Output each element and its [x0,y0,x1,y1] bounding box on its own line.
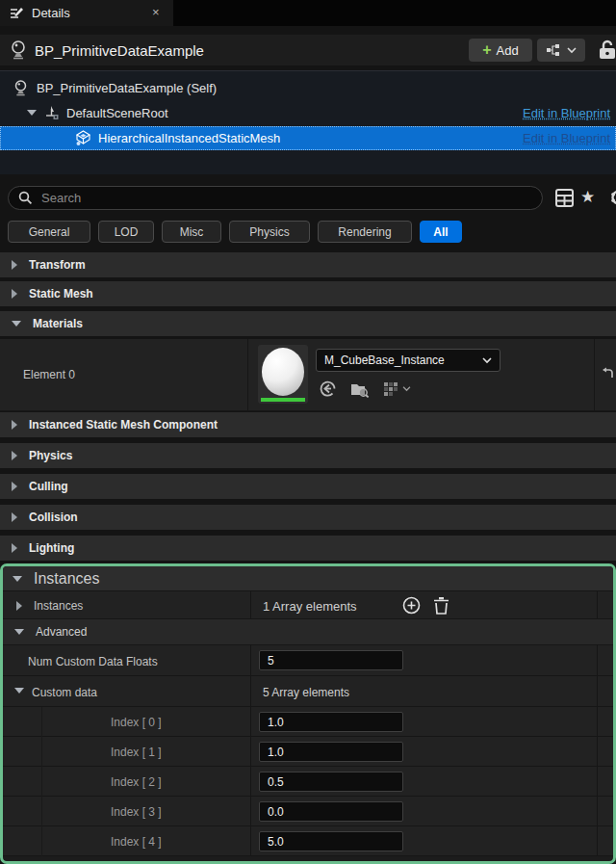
category-label: Instances [34,570,99,588]
details-panel: Details × BP_PrimitiveDataExample + Add [0,0,616,864]
expander-right-icon[interactable] [16,601,22,611]
category-materials[interactable]: Materials [0,311,616,338]
num-custom-data-floats-input[interactable] [260,652,393,668]
expander-right-icon [12,451,17,460]
favorites-star-icon[interactable]: ★ [580,187,595,207]
component-tree: BP_PrimitiveDataExample (Self) DefaultSc… [0,70,616,174]
filter-button-row: General LOD Misc Physics Rendering All [8,221,462,243]
subcategory-advanced[interactable]: Advanced [3,619,613,645]
tree-row-label: HierarchicalInstancedStaticMesh [98,131,280,145]
column-splitter[interactable] [250,797,251,825]
convert-pattern-icon[interactable] [383,381,411,397]
expander-right-icon [12,420,17,430]
column-splitter[interactable] [250,767,251,796]
category-ismc[interactable]: Instanced Static Mesh Component [0,412,616,439]
display-settings-icon[interactable] [555,189,574,207]
column-splitter[interactable] [250,591,251,618]
index-0-input[interactable] [260,714,393,729]
search-bar[interactable] [8,186,543,210]
lock-icon[interactable] [597,39,616,62]
index-1-label: Index [ 1 ] [111,746,162,759]
column-splitter[interactable] [250,676,251,706]
category-culling[interactable]: Culling [0,474,616,501]
index-1-input[interactable] [260,744,393,759]
use-selected-asset-icon[interactable] [319,380,337,398]
search-input[interactable] [39,190,476,206]
index-4-row: Index [ 4 ] [3,826,613,856]
index-3-input[interactable] [260,803,393,819]
filter-general[interactable]: General [8,221,90,243]
material-element-label: Element 0 [23,368,75,381]
settings-gear-icon[interactable] [610,189,616,206]
filter-lod[interactable]: LOD [98,221,154,243]
filter-physics[interactable]: Physics [229,221,310,243]
gutter-divider [597,826,598,855]
add-component-button[interactable]: + Add [469,39,532,62]
index-2-field[interactable] [259,772,403,792]
browse-to-asset-icon[interactable] [350,380,370,398]
tree-row-self[interactable]: BP_PrimitiveDataExample (Self) [0,76,616,99]
index-2-input[interactable] [260,773,393,789]
category-label: Transform [29,258,86,272]
num-custom-data-floats-row: Num Custom Data Floats [3,645,613,676]
actor-icon [13,80,28,96]
filter-rendering[interactable]: Rendering [318,221,412,243]
filter-misc[interactable]: Misc [162,221,221,243]
instanced-mesh-icon [75,130,91,146]
column-splitter[interactable] [250,826,251,855]
filter-all[interactable]: All [420,221,462,243]
column-splitter[interactable] [250,737,251,766]
category-collision[interactable]: Collision [0,505,616,532]
chevron-down-icon [402,386,411,392]
gutter-divider [597,737,598,766]
material-asset-dropdown[interactable]: M_CubeBase_Instance [316,349,500,372]
edit-in-blueprint-link[interactable]: Edit in Blueprint [523,106,610,120]
index-4-label: Index [ 4 ] [111,835,162,849]
category-static-mesh[interactable]: Static Mesh [0,281,616,308]
material-tool-icons [319,380,411,398]
expander-down-icon [13,576,22,582]
category-label: Materials [33,317,83,330]
column-splitter[interactable] [250,645,251,675]
index-4-field[interactable] [259,831,403,851]
expander-down-icon[interactable] [27,110,37,116]
blueprint-edit-dropdown-button[interactable] [537,39,585,62]
category-lighting[interactable]: Lighting [0,536,616,563]
material-thumbnail[interactable] [258,345,308,404]
instances-array-count: 1 Array elements [263,599,357,614]
gutter-divider [597,797,598,825]
delete-trash-icon[interactable] [433,596,449,615]
num-custom-data-floats-field[interactable] [259,650,403,670]
category-physics[interactable]: Physics [0,443,616,470]
index-0-row: Index [ 0 ] [3,707,613,737]
reset-to-default-icon[interactable] [601,367,614,380]
tab-title: Details [32,6,70,20]
indent-guide [41,707,42,856]
index-1-field[interactable] [259,742,403,762]
plus-icon: + [482,42,491,58]
expander-down-icon [14,629,24,635]
tab-close-icon[interactable]: × [152,5,160,19]
material-element-row: Element 0 [0,339,616,411]
gutter-divider [597,707,598,736]
tree-row-hism-selected[interactable]: HierarchicalInstancedStaticMesh Edit in … [0,126,616,150]
tab-details[interactable]: Details × [0,0,173,26]
category-label: Instanced Static Mesh Component [29,418,218,432]
expander-down-icon[interactable] [14,688,24,694]
tree-row-label: BP_PrimitiveDataExample (Self) [37,81,217,95]
index-4-input[interactable] [260,833,393,849]
index-3-row: Index [ 3 ] [3,797,613,826]
tree-row-defaultsceneroot[interactable]: DefaultSceneRoot Edit in Blueprint [0,101,616,124]
page-title: BP_PrimitiveDataExample [35,42,204,59]
category-instances[interactable]: Instances [3,566,613,591]
edit-in-blueprint-link[interactable]: Edit in Blueprint [523,131,610,145]
index-0-field[interactable] [259,712,403,732]
tree-row-label: DefaultSceneRoot [66,106,168,120]
category-label: Collision [29,511,78,524]
index-3-label: Index [ 3 ] [111,805,162,819]
column-splitter[interactable] [247,339,248,410]
column-splitter[interactable] [250,707,251,736]
index-3-field[interactable] [259,801,403,822]
add-element-icon[interactable] [402,596,421,615]
category-transform[interactable]: Transform [0,252,616,279]
